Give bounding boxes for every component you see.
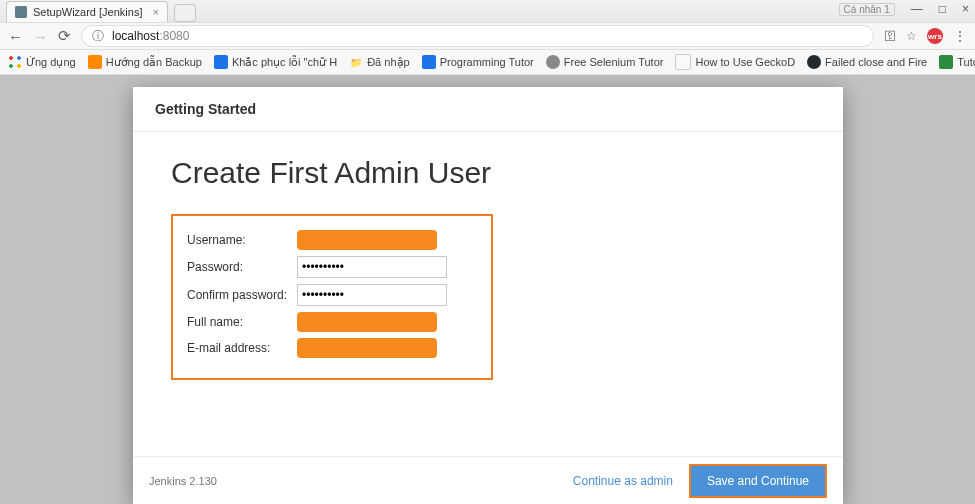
bookmark-icon (214, 55, 228, 69)
nav-back-icon[interactable]: ← (8, 28, 23, 45)
svg-rect-0 (15, 6, 27, 18)
page-background: Getting Started Create First Admin User … (0, 75, 975, 504)
bookmark-item[interactable]: Hướng dẫn Backup (88, 55, 202, 69)
window-minimize-icon[interactable]: — (911, 2, 923, 16)
modal-footer: Jenkins 2.130 Continue as admin Save and… (133, 456, 843, 504)
browser-chrome: SetupWizard [Jenkins] × Cá nhân 1 — □ × … (0, 0, 975, 75)
form-row-email: E-mail address: (187, 338, 477, 358)
modal-header: Getting Started (133, 87, 843, 132)
bookmarks-bar: Ứng dụng Hướng dẫn Backup Khắc phục lỗi … (0, 50, 975, 75)
nav-reload-icon[interactable]: ⟳ (58, 27, 71, 45)
confirm-password-field[interactable] (297, 284, 447, 306)
password-field[interactable] (297, 256, 447, 278)
window-close-icon[interactable]: × (962, 2, 969, 16)
bookmark-item[interactable]: Khắc phục lỗi "chữ H (214, 55, 337, 69)
jenkins-version: Jenkins 2.130 (149, 475, 217, 487)
form-row-username: Username: (187, 230, 477, 250)
admin-user-form: Username: Password: Confirm password: Fu… (171, 214, 493, 380)
bookmark-apps[interactable]: Ứng dụng (8, 55, 76, 69)
bookmark-item[interactable]: Free Selenium Tutor (546, 55, 664, 69)
bookmark-item[interactable]: 📁Đã nhập (349, 55, 409, 69)
save-and-continue-button[interactable]: Save and Continue (689, 464, 827, 498)
tab-title: SetupWizard [Jenkins] (33, 6, 142, 18)
tab-strip: SetupWizard [Jenkins] × Cá nhân 1 — □ × (0, 0, 975, 22)
tab-favicon (15, 6, 27, 18)
bookmark-item[interactable]: Tutorials for Sencha (939, 55, 975, 69)
bookmark-item[interactable]: Failed close and Fire (807, 55, 927, 69)
document-icon (675, 54, 691, 70)
github-icon (807, 55, 821, 69)
bookmark-icon (546, 55, 560, 69)
fullname-field-redacted[interactable] (297, 312, 437, 332)
browser-menu-icon[interactable]: ⋮ (953, 28, 967, 44)
window-controls: Cá nhân 1 — □ × (839, 2, 969, 16)
bookmark-icon (939, 55, 953, 69)
extension-badge[interactable]: wrs (927, 28, 943, 44)
label-fullname: Full name: (187, 315, 297, 329)
continue-as-admin-link[interactable]: Continue as admin (573, 474, 673, 488)
password-key-icon[interactable]: ⚿ (884, 29, 896, 43)
label-username: Username: (187, 233, 297, 247)
bookmark-item[interactable]: Programming Tutor (422, 55, 534, 69)
url-port: :8080 (159, 29, 189, 43)
tab-close-icon[interactable]: × (152, 6, 158, 18)
address-bar: ← → ⟳ ⓘ localhost:8080 ⚿ ☆ wrs ⋮ (0, 22, 975, 50)
form-row-fullname: Full name: (187, 312, 477, 332)
nav-forward-icon: → (33, 28, 48, 45)
window-maximize-icon[interactable]: □ (939, 2, 946, 16)
label-password: Password: (187, 260, 297, 274)
address-bar-right: ⚿ ☆ wrs ⋮ (884, 28, 967, 44)
modal-body: Create First Admin User Username: Passwo… (133, 132, 843, 456)
form-row-password: Password: (187, 256, 477, 278)
bookmark-icon (88, 55, 102, 69)
url-host: localhost (112, 29, 159, 43)
username-field-redacted[interactable] (297, 230, 437, 250)
bookmark-star-icon[interactable]: ☆ (906, 29, 917, 43)
apps-grid-icon (8, 55, 22, 69)
setup-wizard-modal: Getting Started Create First Admin User … (133, 87, 843, 504)
label-email: E-mail address: (187, 341, 297, 355)
new-tab-button[interactable] (174, 4, 196, 22)
bookmark-icon (422, 55, 436, 69)
page-title: Create First Admin User (171, 156, 805, 190)
profile-badge[interactable]: Cá nhân 1 (839, 3, 895, 16)
form-row-confirm: Confirm password: (187, 284, 477, 306)
url-input[interactable]: ⓘ localhost:8080 (81, 25, 874, 47)
bookmark-item[interactable]: How to Use GeckoD (675, 54, 795, 70)
browser-tab[interactable]: SetupWizard [Jenkins] × (6, 1, 168, 22)
folder-icon: 📁 (349, 55, 363, 69)
site-info-icon[interactable]: ⓘ (92, 28, 104, 45)
email-field-redacted[interactable] (297, 338, 437, 358)
label-confirm: Confirm password: (187, 288, 297, 302)
